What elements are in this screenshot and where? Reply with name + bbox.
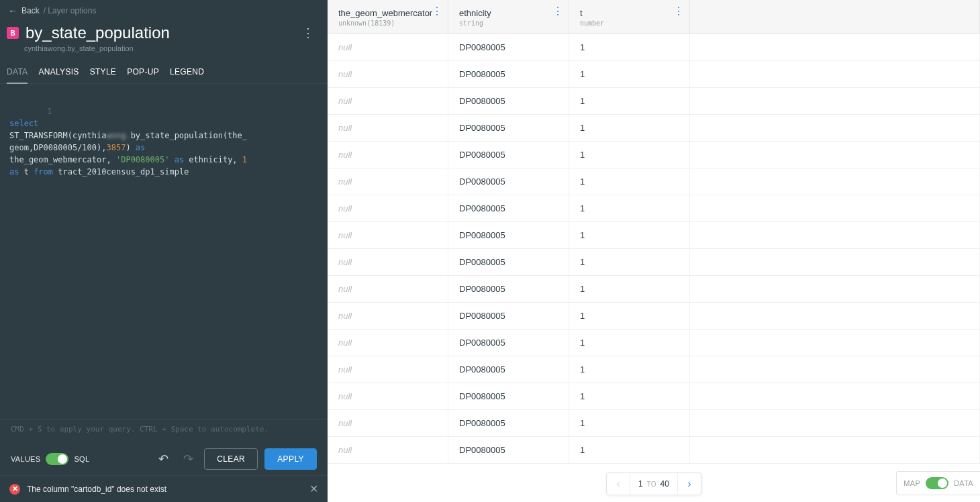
cell-t: 1: [569, 249, 690, 275]
cell-ethnicity: DP0080005: [448, 437, 569, 463]
view-toggle: MAP DATA: [896, 471, 980, 495]
cell-t: 1: [569, 410, 690, 436]
column-type: number: [580, 19, 679, 27]
tab-analysis[interactable]: ANALYSIS: [38, 62, 79, 83]
error-icon: ✕: [9, 484, 20, 495]
layer-subtitle: cynthiawong.by_state_population: [0, 44, 328, 62]
sql-editor[interactable]: 1selectST_TRANSFORM(cynthiawong.by_state…: [0, 84, 328, 419]
view-toggle-map-label: MAP: [903, 479, 920, 487]
table-row[interactable]: nullDP00800051: [328, 437, 980, 464]
redo-icon[interactable]: ↷: [179, 449, 197, 469]
table-row[interactable]: nullDP00800051: [328, 330, 980, 356]
table-row[interactable]: nullDP00800051: [328, 34, 980, 61]
cell-geom: null: [328, 383, 448, 409]
breadcrumb: ← Back / Layer options: [0, 0, 328, 19]
cell-ethnicity: DP0080005: [448, 330, 569, 356]
cell-t: 1: [569, 142, 690, 168]
values-sql-toggle[interactable]: [46, 453, 68, 465]
cell-ethnicity: DP0080005: [448, 168, 569, 195]
clear-button[interactable]: CLEAR: [204, 448, 258, 470]
back-arrow-icon[interactable]: ←: [8, 5, 17, 16]
layer-tabs: DATAANALYSISSTYLEPOP-UPLEGEND: [0, 62, 328, 84]
data-panel: the_geom_webmercatorunknown(18139)⋮ethni…: [328, 0, 980, 502]
cell-geom: null: [328, 249, 448, 275]
cell-ethnicity: DP0080005: [448, 195, 569, 221]
cell-t: 1: [569, 303, 690, 329]
cell-geom: null: [328, 34, 448, 60]
column-menu-icon[interactable]: ⋮: [432, 8, 442, 15]
undo-icon[interactable]: ↶: [154, 449, 173, 469]
error-close-icon[interactable]: ✕: [309, 483, 318, 495]
page-prev-icon[interactable]: ‹: [607, 478, 630, 490]
cell-ethnicity: DP0080005: [448, 34, 569, 60]
cell-t: 1: [569, 383, 690, 409]
table-row[interactable]: nullDP00800051: [328, 168, 980, 195]
column-header-ethnicity[interactable]: ethnicitystring⋮: [448, 0, 569, 34]
column-header-the_geom_webmercator[interactable]: the_geom_webmercatorunknown(18139)⋮: [328, 0, 448, 34]
cell-ethnicity: DP0080005: [448, 249, 569, 275]
tab-pop-up[interactable]: POP-UP: [127, 62, 159, 83]
column-type: unknown(18139): [338, 19, 437, 27]
cell-geom: null: [328, 88, 448, 114]
table-row[interactable]: nullDP00800051: [328, 356, 980, 383]
tab-legend[interactable]: LEGEND: [170, 62, 204, 83]
cell-t: 1: [569, 437, 690, 463]
column-name: ethnicity: [459, 8, 558, 18]
cell-t: 1: [569, 115, 690, 141]
values-toggle-right-label: SQL: [74, 455, 89, 463]
column-menu-icon[interactable]: ⋮: [552, 8, 563, 15]
cell-ethnicity: DP0080005: [448, 61, 569, 87]
page-next-icon[interactable]: ›: [678, 478, 701, 490]
column-name: the_geom_webmercator: [338, 8, 437, 18]
table-row[interactable]: nullDP00800051: [328, 115, 980, 142]
page-from: 1: [638, 479, 643, 489]
table-row[interactable]: nullDP00800051: [328, 195, 980, 222]
table-row[interactable]: nullDP00800051: [328, 249, 980, 276]
cell-geom: null: [328, 142, 448, 168]
table-row[interactable]: nullDP00800051: [328, 276, 980, 303]
map-data-toggle[interactable]: [926, 477, 948, 489]
cell-t: 1: [569, 222, 690, 248]
layer-title: by_state_population: [26, 23, 290, 42]
page-to: 40: [660, 479, 669, 489]
view-toggle-data-label: DATA: [954, 479, 973, 487]
table-row[interactable]: nullDP00800051: [328, 303, 980, 330]
cell-ethnicity: DP0080005: [448, 88, 569, 114]
table-row[interactable]: nullDP00800051: [328, 61, 980, 88]
pagination: ‹ 1 TO 40 ›: [606, 472, 701, 495]
cell-t: 1: [569, 34, 690, 60]
table-row[interactable]: nullDP00800051: [328, 142, 980, 168]
table-body: nullDP00800051nullDP00800051nullDP008000…: [328, 34, 980, 502]
column-header-t[interactable]: tnumber⋮: [569, 0, 690, 34]
cell-ethnicity: DP0080005: [448, 356, 569, 383]
page-to-label: TO: [647, 481, 656, 488]
table-row[interactable]: nullDP00800051: [328, 222, 980, 249]
back-link[interactable]: Back: [21, 6, 40, 15]
cell-geom: null: [328, 330, 448, 356]
cell-geom: null: [328, 61, 448, 87]
apply-button[interactable]: APPLY: [264, 448, 317, 470]
cell-t: 1: [569, 61, 690, 87]
column-menu-icon[interactable]: ⋮: [673, 8, 684, 15]
cell-ethnicity: DP0080005: [448, 383, 569, 409]
table-header: the_geom_webmercatorunknown(18139)⋮ethni…: [328, 0, 980, 34]
cell-t: 1: [569, 356, 690, 383]
cell-geom: null: [328, 356, 448, 383]
sql-action-row: VALUES SQL ↶ ↷ CLEAR APPLY: [0, 440, 328, 478]
error-bar: ✕ The column "cartodb_id" does not exist…: [0, 475, 328, 502]
table-row[interactable]: nullDP00800051: [328, 410, 980, 437]
cell-t: 1: [569, 88, 690, 114]
cell-t: 1: [569, 195, 690, 221]
tab-data[interactable]: DATA: [7, 62, 28, 83]
line-number: 1: [38, 105, 52, 117]
tab-style[interactable]: STYLE: [90, 62, 117, 83]
column-type: string: [459, 19, 558, 27]
cell-ethnicity: DP0080005: [448, 410, 569, 436]
layer-menu-icon[interactable]: ⋮: [297, 23, 320, 43]
values-toggle-left-label: VALUES: [11, 455, 40, 463]
table-row[interactable]: nullDP00800051: [328, 88, 980, 115]
table-row[interactable]: nullDP00800051: [328, 383, 980, 410]
column-name: t: [580, 8, 679, 18]
sql-hint: CMD + S to apply your query. CTRL + Spac…: [0, 419, 328, 440]
error-message: The column "cartodb_id" does not exist: [27, 485, 166, 494]
